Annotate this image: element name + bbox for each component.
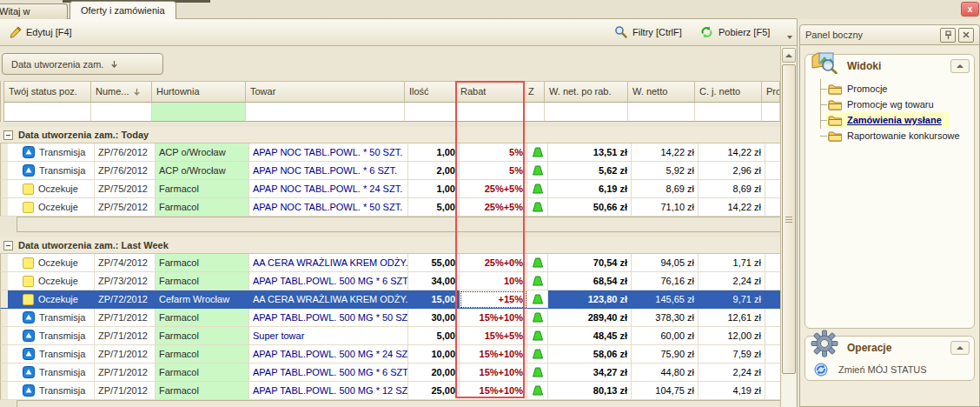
z-cell[interactable] xyxy=(527,382,548,400)
ilosc-cell[interactable]: 1,00 xyxy=(408,143,460,162)
column-header-rabat[interactable]: Rabat xyxy=(456,81,524,103)
w-netto-cell[interactable]: 145,65 zł xyxy=(632,290,699,309)
produ-cell[interactable] xyxy=(765,309,780,327)
w-net-po-rab-cell[interactable]: 289,40 zł xyxy=(548,309,632,327)
side-panel-close-button[interactable] xyxy=(958,28,974,43)
rabat-cell[interactable]: 15%+10% xyxy=(460,345,527,364)
hurtownia-cell[interactable]: ACP o/Wrocław xyxy=(156,162,249,180)
table-row[interactable]: TransmisjaZP/71/2012FarmacolAPAP TABL.PO… xyxy=(0,364,780,382)
c-j-netto-cell[interactable]: 2,96 zł xyxy=(699,162,765,180)
w-net-po-rab-cell[interactable]: 50,66 zł xyxy=(548,198,632,217)
towar-cell[interactable]: APAP TABL.POWL. 500 MG * 50 SZT. xyxy=(249,309,408,327)
table-row[interactable]: OczekujeZP/74/2012FarmacolAA CERA WRAŻLI… xyxy=(0,254,780,272)
towar-cell[interactable]: APAP NOC TABL.POWL. * 50 SZT. xyxy=(249,198,408,217)
produ-cell[interactable] xyxy=(765,327,780,345)
ilosc-cell[interactable]: 30,00 xyxy=(408,309,460,327)
pin-button[interactable] xyxy=(940,28,956,43)
table-row[interactable]: OczekujeZP/75/2012FarmacolAPAP NOC TABL.… xyxy=(0,198,780,217)
edit-button[interactable]: Edytuj [F4] xyxy=(3,22,78,43)
tab-oferty-i-zamowienia[interactable]: Oferty i zamówienia xyxy=(70,1,176,19)
sidebar-item-raportowanie-konkursowe[interactable]: Raportowanie konkursowe xyxy=(805,128,974,143)
w-net-po-rab-cell[interactable]: 70,54 zł xyxy=(548,254,632,272)
filter-cell-8[interactable] xyxy=(628,103,695,122)
z-cell[interactable] xyxy=(527,327,548,345)
w-net-po-rab-cell[interactable]: 58,06 zł xyxy=(548,345,632,364)
hurtownia-cell[interactable]: Farmacol xyxy=(156,382,249,400)
w-netto-cell[interactable]: 60,00 zł xyxy=(632,327,699,345)
ilosc-cell[interactable]: 10,00 xyxy=(408,345,460,364)
rabat-cell[interactable]: +15% xyxy=(460,290,527,309)
ilosc-cell[interactable]: 55,00 xyxy=(408,254,460,272)
filter-cell-7[interactable] xyxy=(545,103,628,122)
hurtownia-cell[interactable]: Farmacol xyxy=(156,254,249,272)
hurtownia-cell[interactable]: Farmacol xyxy=(156,364,249,382)
produ-cell[interactable] xyxy=(765,143,780,162)
hurtownia-cell[interactable]: Farmacol xyxy=(156,198,249,217)
ilosc-cell[interactable]: 34,00 xyxy=(408,272,460,290)
column-header-towar[interactable]: Towar xyxy=(246,81,405,103)
status-cell[interactable]: Transmisja xyxy=(8,382,95,400)
scrollbar-thumb[interactable] xyxy=(782,64,796,374)
rabat-cell[interactable]: 10% xyxy=(460,272,527,290)
c-j-netto-cell[interactable]: 9,71 zł xyxy=(699,290,765,309)
status-cell[interactable]: Oczekuje xyxy=(8,254,95,272)
table-row[interactable]: TransmisjaZP/76/2012ACP o/WrocławAPAP NO… xyxy=(0,143,780,162)
w-netto-cell[interactable]: 76,16 zł xyxy=(632,272,699,290)
produ-cell[interactable] xyxy=(765,364,780,382)
status-cell[interactable]: Transmisja xyxy=(8,162,95,180)
numer-cell[interactable]: ZP/72/2012 xyxy=(95,290,156,309)
status-cell[interactable]: Oczekuje xyxy=(8,290,95,309)
rabat-cell[interactable]: 15%+5% xyxy=(460,327,527,345)
hurtownia-cell[interactable]: Farmacol xyxy=(156,180,249,198)
ilosc-cell[interactable]: 5,00 xyxy=(408,198,460,217)
ilosc-cell[interactable]: 20,00 xyxy=(408,364,460,382)
c-j-netto-cell[interactable]: 4,19 zł xyxy=(699,382,765,400)
w-net-po-rab-cell[interactable]: 5,62 zł xyxy=(548,162,632,180)
produ-cell[interactable] xyxy=(765,272,780,290)
numer-cell[interactable]: ZP/71/2012 xyxy=(95,364,156,382)
group-by-panel[interactable]: Data utworzenia zam. xyxy=(0,46,780,81)
hurtownia-cell[interactable]: Farmacol xyxy=(156,345,249,364)
views-section-header[interactable]: Widoki xyxy=(805,55,974,77)
group-header[interactable]: Data utworzenia zam.: Last Week xyxy=(0,237,780,254)
towar-cell[interactable]: Super towar xyxy=(249,327,408,345)
produ-cell[interactable] xyxy=(765,180,780,198)
table-row[interactable]: TransmisjaZP/71/2012FarmacolAPAP TABL.PO… xyxy=(0,382,780,400)
table-row[interactable]: TransmisjaZP/71/2012FarmacolAPAP TABL.PO… xyxy=(0,309,780,327)
numer-cell[interactable]: ZP/73/2012 xyxy=(95,272,156,290)
column-header-nume-[interactable]: Nume... xyxy=(91,81,152,103)
numer-cell[interactable]: ZP/76/2012 xyxy=(95,143,156,162)
towar-cell[interactable]: APAP TABL.POWL. 500 MG * 6 SZT. xyxy=(249,364,408,382)
filter-cell-1[interactable] xyxy=(91,103,152,122)
produ-cell[interactable] xyxy=(765,162,780,180)
w-net-po-rab-cell[interactable]: 68,54 zł xyxy=(548,272,632,290)
ilosc-cell[interactable]: 15,00 xyxy=(408,290,460,309)
filters-button[interactable]: Filtry [CtrlF] xyxy=(608,22,688,43)
rabat-cell[interactable]: 25%+0% xyxy=(460,254,527,272)
produ-cell[interactable] xyxy=(765,290,780,309)
rabat-cell[interactable]: 15%+10% xyxy=(460,309,527,327)
w-netto-cell[interactable]: 8,69 zł xyxy=(632,180,699,198)
operations-section-header[interactable]: Operacje xyxy=(805,337,974,359)
filter-cell-2[interactable] xyxy=(152,103,246,122)
status-cell[interactable]: Transmisja xyxy=(8,364,95,382)
table-row[interactable]: OczekujeZP/73/2012FarmacolAPAP TABL.POWL… xyxy=(0,272,780,290)
z-cell[interactable] xyxy=(527,180,548,198)
w-net-po-rab-cell[interactable]: 123,80 zł xyxy=(548,290,632,309)
w-netto-cell[interactable]: 44,80 zł xyxy=(632,364,699,382)
filter-cell-9[interactable] xyxy=(695,103,762,122)
column-header-z[interactable]: Z xyxy=(524,81,545,103)
hurtownia-cell[interactable]: Farmacol xyxy=(156,327,249,345)
produ-cell[interactable] xyxy=(765,254,780,272)
produ-cell[interactable] xyxy=(765,382,780,400)
numer-cell[interactable]: ZP/71/2012 xyxy=(95,382,156,400)
sidebar-item-promocje-wg-towaru[interactable]: Promocje wg towaru xyxy=(805,97,974,112)
filter-cell-3[interactable] xyxy=(246,103,405,122)
status-cell[interactable]: Oczekuje xyxy=(8,180,95,198)
z-cell[interactable] xyxy=(527,162,548,180)
table-row[interactable]: OczekujeZP/72/2012Cefarm WrocławAA CERA … xyxy=(0,290,780,309)
status-cell[interactable]: Transmisja xyxy=(8,143,95,162)
window-close-button[interactable]: x xyxy=(961,2,979,17)
z-cell[interactable] xyxy=(527,290,548,309)
towar-cell[interactable]: APAP TABL.POWL. 500 MG * 24 SZT. xyxy=(249,345,408,364)
